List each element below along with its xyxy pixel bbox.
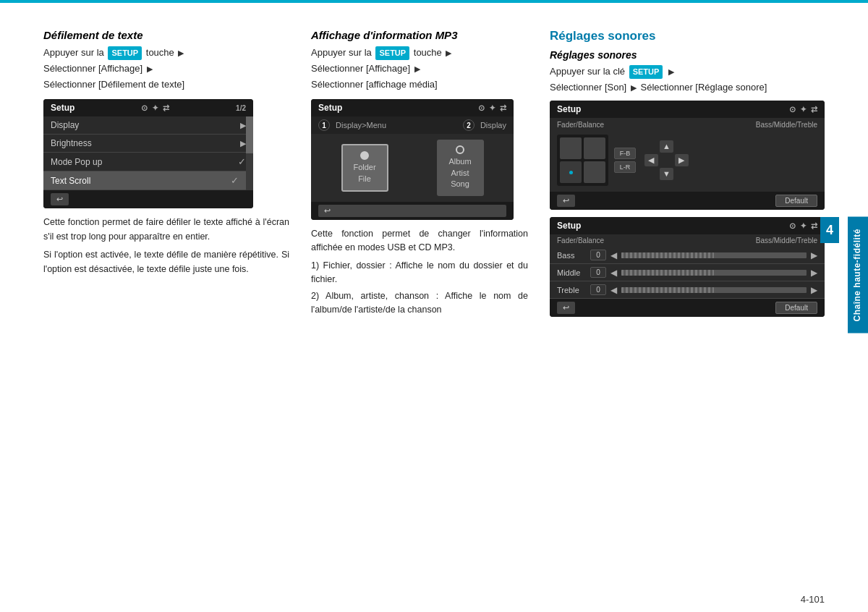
audio-icons-2: ⊙ ✦ ⇄ [789,221,817,231]
treble-arrow-right[interactable]: ▶ [811,285,817,295]
page-content: Défilement de texte Appuyer sur la SETUP… [43,14,825,583]
col-left-title: Défilement de texte [43,29,289,41]
setup-header-icons: ⊙ ✦ ⇄ [141,103,169,113]
treble-arrow-left[interactable]: ◀ [610,285,617,295]
breadcrumb-display: Display [480,121,506,129]
default-btn-1[interactable]: Default [775,195,817,207]
bass-val: 0 [590,250,606,260]
instruction-line-2: Sélectionner [Affichage] ▶ [43,61,289,76]
audio-header-1: Setup ⊙ ✦ ⇄ [550,101,825,118]
badge-2: 2 [463,119,475,131]
treble-slider[interactable] [621,287,807,293]
audio-fader-section: F-B L-R ▲ ◀ ▶ ▼ [550,132,825,192]
album-artist-song-btn[interactable]: Album Artist Song [437,140,484,195]
bmt-back-btn[interactable]: ↩ [557,302,575,314]
page-number: 4-101 [801,594,825,605]
bass-arrow-left[interactable]: ◀ [610,250,617,260]
instruction-line-3: Sélectionner [Défilement de texte] [43,77,289,92]
audio-footer-1: ↩ Default [550,192,825,210]
circle-icon-album [456,145,464,154]
mp3-breadcrumb-bar: 1 Display>Menu 2 Display [311,116,514,134]
nav-left[interactable]: ◀ [644,154,658,166]
scrollbar-track[interactable] [246,116,253,190]
middle-slider[interactable] [621,270,807,276]
treble-label: Treble [557,286,586,294]
left-desc: Cette fonction permet de faire défiler l… [43,216,289,276]
setup-row-modepopup[interactable]: Mode Pop up ✓ [43,153,253,171]
default-btn-2[interactable]: Default [775,302,817,314]
bass-slider[interactable] [621,252,807,258]
breadcrumb-text: Display>Menu [336,121,386,129]
audio-back-1[interactable]: ↩ [557,195,575,207]
list-item-1: 1) Fichier, dossier : Affiche le nom du … [311,259,528,286]
right-instruction-1: Appuyer sur la clé SETUP ▶ [550,64,825,79]
treble-fill [621,287,714,293]
columns: Défilement de texte Appuyer sur la SETUP… [43,29,825,319]
mp3-header-icons: ⊙ ✦ ⇄ [478,103,506,113]
col-mid: Affichage d'information MP3 Appuyer sur … [311,29,528,319]
mp3-option-album[interactable]: Album Artist Song [412,140,508,195]
mid-instruction-line-2: Sélectionner [Affichage] ▶ [311,61,528,76]
nav-down[interactable]: ▼ [660,168,673,180]
setup-row-textscroll[interactable]: Text Scroll ✓ [43,171,253,190]
nav-up[interactable]: ▲ [660,140,673,153]
setup-screen-left: Setup ⊙ ✦ ⇄ 1/2 Display ▶ Brightness [43,99,253,208]
middle-arrow-left[interactable]: ◀ [610,268,617,278]
audio-screen-1: Setup ⊙ ✦ ⇄ Fader/Balance Bass/Middle/Tr… [550,101,825,210]
col-mid-title: Affichage d'information MP3 [311,29,528,41]
fader-dot [569,171,573,174]
bmt-row-treble: Treble 0 ◀ ▶ [550,281,825,299]
setup-badge-1: SETUP [108,46,142,60]
nav-right[interactable]: ▶ [675,154,689,166]
mp3-screen: Setup ⊙ ✦ ⇄ 1 Display>Menu 2 Display [311,99,514,219]
bass-label: Bass [557,251,586,260]
setup-header: Setup ⊙ ✦ ⇄ 1/2 [43,99,253,116]
scrollbar-thumb[interactable] [246,116,253,153]
col-right: Réglages sonores Réglages sonores Appuye… [550,29,825,319]
bass-arrow-right[interactable]: ▶ [811,250,817,260]
fader-cell-bl [560,161,582,183]
nav-arrows: ▲ ◀ ▶ ▼ [644,140,689,180]
middle-val: 0 [590,267,606,278]
col-right-title: Réglages sonores [550,29,825,43]
treble-val: 0 [590,284,606,295]
instruction-line-1: Appuyer sur la SETUP touche ▶ [43,46,289,60]
setup-badge-right: SETUP [629,65,663,79]
audio-col-headers-1: Fader/Balance Bass/Middle/Treble [550,118,825,132]
mp3-option-folder[interactable]: Folder File [317,144,412,192]
mp3-footer: ↩ [311,202,514,220]
setup-row-brightness[interactable]: Brightness ▶ [43,135,253,153]
fader-grid [557,135,608,186]
fb-button[interactable]: F-B [614,148,636,159]
setup-badge-mid: SETUP [375,46,409,60]
bmt-footer: ↩ Default [550,299,825,317]
bmt-row-middle: Middle 0 ◀ ▶ [550,264,825,281]
mp3-body: Folder File Album Artist Song [311,134,514,201]
mid-desc: Cette fonction permet de changer l'infor… [311,227,528,255]
audio-icons-1: ⊙ ✦ ⇄ [789,105,817,114]
list-item-2: 2) Album, artiste, chanson : Affiche le … [311,289,528,317]
middle-arrow-right[interactable]: ▶ [811,268,817,278]
audio-header-2: Setup ⊙ ✦ ⇄ [550,217,825,234]
setup-rows: Display ▶ Brightness ▶ Mode Pop up ✓ Tex… [43,116,253,190]
folder-file-btn[interactable]: Folder File [341,144,388,192]
fader-cell-tr [584,137,605,159]
setup-page-num: 1/2 [236,104,246,112]
lr-button[interactable]: L-R [614,161,636,173]
bass-fill [621,252,714,258]
back-button[interactable]: ↩ [51,193,69,205]
fb-lr-section: F-B L-R [614,148,636,173]
bmt-row-bass: Bass 0 ◀ ▶ [550,247,825,264]
mid-instruction-line-3: Sélectionner [affichage média] [311,77,528,92]
badge-1: 1 [318,119,330,131]
mid-list: 1) Fichier, dossier : Affiche le nom du … [311,259,528,316]
top-border [0,0,868,3]
mp3-header: Setup ⊙ ✦ ⇄ [311,99,514,116]
setup-row-display[interactable]: Display ▶ [43,116,253,135]
col-left: Défilement de texte Appuyer sur la SETUP… [43,29,289,319]
audio-screen-2: Setup ⊙ ✦ ⇄ Fader/Balance Bass/Middle/Tr… [550,217,825,317]
mp3-back-btn[interactable]: ↩ [318,205,506,217]
setup-footer: ↩ [43,190,253,208]
fader-cell-tl [560,137,582,159]
side-tab-label: Chaîne haute-fidélité [848,217,868,333]
